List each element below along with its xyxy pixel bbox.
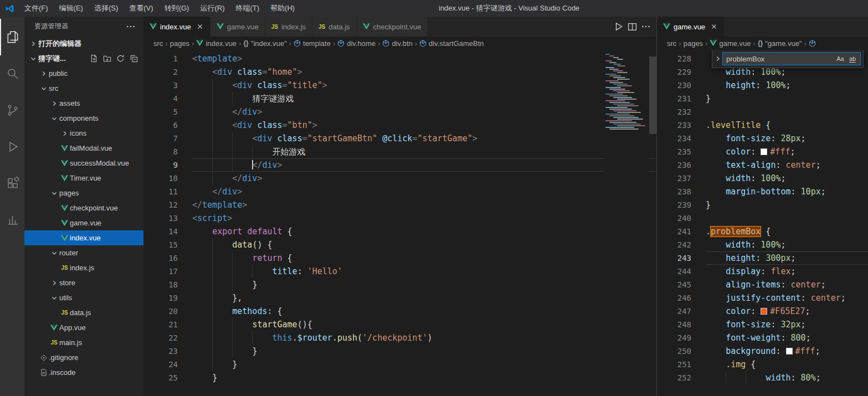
code-text[interactable]: this.$router.push('/checkpoint') bbox=[192, 331, 656, 344]
code-text[interactable]: background: #fff; bbox=[706, 344, 868, 358]
find-replace-toggle[interactable] bbox=[713, 55, 722, 63]
line-number[interactable]: 232 bbox=[657, 105, 691, 119]
line-number[interactable]: 229 bbox=[657, 65, 691, 79]
menu-终端-t[interactable]: 终端(T) bbox=[230, 0, 265, 17]
code-text[interactable]: } bbox=[192, 371, 656, 384]
sidebar-item-app-vue[interactable]: App.vue bbox=[24, 320, 143, 335]
line-number[interactable]: 228 bbox=[657, 52, 691, 65]
line-number[interactable]: 18 bbox=[143, 278, 178, 291]
activitybar-source-control[interactable] bbox=[0, 92, 24, 128]
breadcrumb-index-vue[interactable]: index.vue bbox=[196, 39, 237, 48]
code-text[interactable]: <div class="startGameBtn" @click="startG… bbox=[192, 132, 656, 145]
sidebar-item-src[interactable]: src bbox=[24, 81, 143, 96]
whole-word-button[interactable]: ab bbox=[847, 53, 858, 64]
code-text[interactable] bbox=[706, 105, 868, 119]
line-number[interactable]: 20 bbox=[143, 305, 178, 318]
line-number[interactable]: 237 bbox=[657, 172, 691, 185]
run-button[interactable] bbox=[614, 22, 624, 32]
menu-查看-v[interactable]: 查看(V) bbox=[124, 0, 158, 17]
breadcrumb-pages[interactable]: pages bbox=[684, 39, 703, 48]
line-number[interactable]: 19 bbox=[143, 291, 178, 305]
line-number[interactable]: 239 bbox=[657, 198, 691, 212]
sidebar-item-store[interactable]: store bbox=[24, 275, 143, 290]
menu-运行-r[interactable]: 运行(R) bbox=[194, 0, 230, 17]
sidebar-item-router[interactable]: router bbox=[24, 245, 143, 260]
line-number[interactable]: 13 bbox=[143, 212, 178, 225]
tab-game-vue[interactable]: game.vue bbox=[657, 17, 725, 37]
refresh-button[interactable] bbox=[116, 54, 125, 63]
code-text[interactable]: text-align: center; bbox=[706, 158, 868, 172]
line-number[interactable]: 4 bbox=[143, 92, 178, 105]
sidebar-item-icons[interactable]: icons bbox=[24, 126, 143, 141]
menu-编辑-e[interactable]: 编辑(E) bbox=[54, 0, 89, 17]
line-number[interactable]: 16 bbox=[143, 251, 178, 265]
breadcrumb-div-home[interactable]: div.home bbox=[337, 39, 376, 48]
line-number[interactable]: 17 bbox=[143, 265, 178, 278]
line-number[interactable]: 230 bbox=[657, 79, 691, 92]
code-text[interactable]: font-weight: 800; bbox=[706, 331, 868, 344]
line-number[interactable]: 242 bbox=[657, 238, 691, 251]
line-number[interactable]: 22 bbox=[143, 331, 178, 344]
line-number[interactable]: 5 bbox=[143, 105, 178, 119]
code-text[interactable]: } bbox=[192, 344, 656, 358]
code-text[interactable]: </template> bbox=[192, 198, 656, 212]
split-editor-button[interactable] bbox=[628, 22, 637, 32]
left-code-area[interactable]: 1<template>2 <div class="home">3 <div cl… bbox=[143, 50, 656, 396]
code-text[interactable]: </div> bbox=[192, 105, 656, 119]
line-number[interactable]: 3 bbox=[143, 79, 178, 92]
line-number[interactable]: 251 bbox=[657, 358, 691, 371]
line-number[interactable]: 15 bbox=[143, 238, 178, 251]
code-text[interactable]: <script> bbox=[192, 212, 656, 225]
code-text[interactable]: width: 80%; bbox=[706, 371, 868, 384]
find-input[interactable]: problemBox Aa ab bbox=[722, 52, 861, 65]
code-text[interactable]: return { bbox=[192, 251, 656, 265]
sidebar-more-button[interactable] bbox=[126, 22, 136, 32]
line-number[interactable]: 241 bbox=[657, 225, 691, 238]
find-query[interactable]: problemBox bbox=[726, 55, 834, 63]
sidebar-item-inscode[interactable]: .inscode bbox=[24, 365, 143, 380]
line-number[interactable]: 21 bbox=[143, 318, 178, 331]
right-code-area[interactable]: 228 229 width: 100%;230 height: 100%;231… bbox=[657, 50, 868, 396]
code-text[interactable]: </div> bbox=[192, 172, 656, 185]
code-text[interactable]: title: 'Hello' bbox=[192, 265, 656, 278]
code-text[interactable]: } bbox=[706, 92, 868, 105]
breadcrumb-pages[interactable]: pages bbox=[170, 39, 189, 48]
line-number[interactable]: 247 bbox=[657, 305, 691, 318]
code-text[interactable]: font-size: 28px; bbox=[706, 132, 868, 145]
line-number[interactable]: 249 bbox=[657, 331, 691, 344]
menu-转到-g[interactable]: 转到(G) bbox=[159, 0, 195, 17]
code-text[interactable]: height: 100%; bbox=[706, 79, 868, 92]
sidebar-item-猜字谜[interactable]: 猜字谜... bbox=[24, 51, 143, 66]
code-text[interactable]: width: 100%; bbox=[706, 238, 868, 251]
code-text[interactable]: <div class="btn"> bbox=[192, 119, 656, 132]
code-text[interactable]: display: flex; bbox=[706, 265, 868, 278]
line-number[interactable]: 250 bbox=[657, 344, 691, 358]
breadcrumb-div-startgamebtn[interactable]: div.startGameBtn bbox=[419, 39, 484, 48]
line-number[interactable]: 234 bbox=[657, 132, 691, 145]
line-number[interactable]: 231 bbox=[657, 92, 691, 105]
code-text[interactable] bbox=[706, 212, 868, 225]
code-text[interactable]: .levelTitle { bbox=[706, 119, 868, 132]
tree-section-打开的编辑器[interactable]: 打开的编辑器 bbox=[24, 36, 143, 51]
match-case-button[interactable]: Aa bbox=[835, 53, 846, 64]
sidebar-item-components[interactable]: components bbox=[24, 111, 143, 126]
breadcrumb-game-vue[interactable]: {}"game.vue" bbox=[758, 39, 802, 48]
sidebar-item-gitignore[interactable]: .gitignore bbox=[24, 350, 143, 365]
menu-文件-f[interactable]: 文件(F) bbox=[19, 0, 54, 17]
line-number[interactable]: 238 bbox=[657, 185, 691, 198]
line-number[interactable]: 244 bbox=[657, 265, 691, 278]
code-text[interactable]: color: #fff; bbox=[706, 145, 868, 158]
close-icon[interactable] bbox=[710, 23, 718, 30]
more-button[interactable] bbox=[641, 22, 651, 32]
code-text[interactable]: align-items: center; bbox=[706, 278, 868, 291]
line-number[interactable]: 14 bbox=[143, 225, 178, 238]
code-text[interactable]: margin-bottom: 10px; bbox=[706, 185, 868, 198]
code-text[interactable]: <div class="title"> bbox=[192, 79, 656, 92]
menu-帮助-h[interactable]: 帮助(H) bbox=[265, 0, 300, 17]
sidebar-item-successmodal-vue[interactable]: successModal.vue bbox=[24, 156, 143, 171]
activitybar-chart[interactable] bbox=[0, 202, 24, 238]
line-number[interactable]: 240 bbox=[657, 212, 691, 225]
line-number[interactable]: 10 bbox=[143, 172, 178, 185]
line-number[interactable]: 1 bbox=[143, 52, 178, 65]
sidebar-item-timer-vue[interactable]: Timer.vue bbox=[24, 171, 143, 186]
